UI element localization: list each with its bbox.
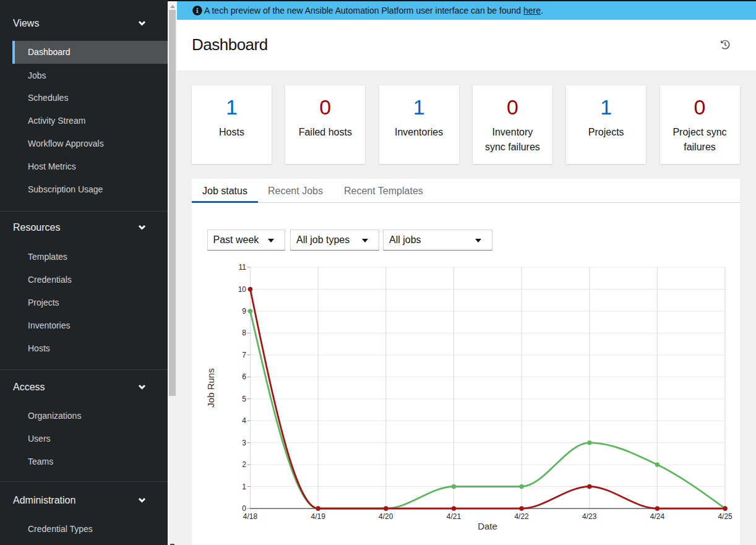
svg-text:4/25: 4/25 xyxy=(718,512,732,521)
svg-text:4/20: 4/20 xyxy=(379,512,393,521)
svg-text:7: 7 xyxy=(242,351,246,359)
svg-text:4/24: 4/24 xyxy=(650,512,665,521)
svg-text:5: 5 xyxy=(242,395,246,403)
svg-text:11: 11 xyxy=(239,263,247,272)
svg-text:4: 4 xyxy=(242,416,246,425)
svg-text:10: 10 xyxy=(238,285,247,294)
svg-text:8: 8 xyxy=(242,328,246,337)
svg-text:Job Runs: Job Runs xyxy=(205,368,216,407)
svg-text:Date: Date xyxy=(478,521,497,531)
svg-text:4/18: 4/18 xyxy=(243,512,258,521)
svg-text:4/19: 4/19 xyxy=(311,512,326,521)
svg-text:0: 0 xyxy=(242,504,246,513)
svg-text:6: 6 xyxy=(242,372,246,381)
svg-text:4/21: 4/21 xyxy=(447,512,462,521)
svg-text:4/23: 4/23 xyxy=(582,512,597,521)
svg-text:9: 9 xyxy=(242,307,246,315)
svg-text:3: 3 xyxy=(242,439,246,447)
svg-text:1: 1 xyxy=(242,483,246,491)
svg-text:4/22: 4/22 xyxy=(514,512,529,521)
svg-text:2: 2 xyxy=(242,460,246,469)
